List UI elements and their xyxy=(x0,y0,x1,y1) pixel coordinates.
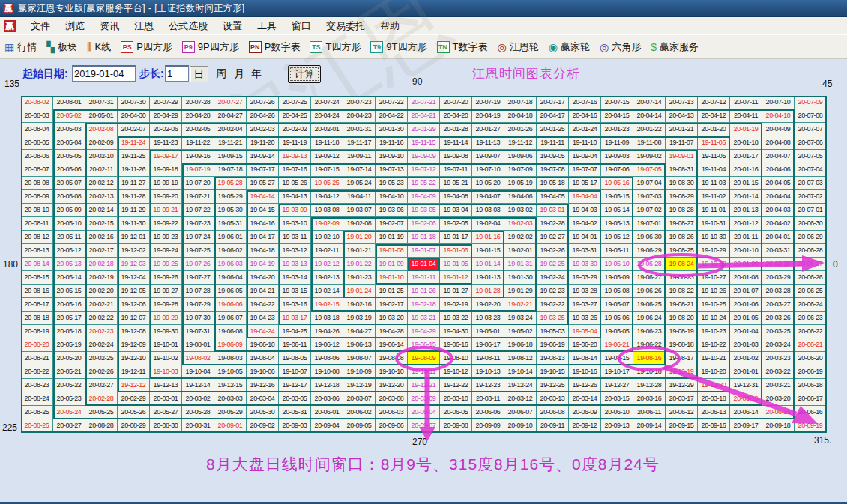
grid-cell[interactable]: 19-05-06 xyxy=(601,312,633,325)
grid-cell[interactable]: 20-06-16 xyxy=(795,406,827,419)
grid-cell[interactable]: 19-04-05 xyxy=(537,190,569,204)
grid-cell[interactable]: 19-12-18 xyxy=(311,379,343,392)
grid-cell[interactable]: 19-06-17 xyxy=(472,338,504,352)
toolbar-button-T四方形[interactable]: TST四方形 xyxy=(310,40,361,54)
grid-cell[interactable]: 19-06-09 xyxy=(214,338,247,352)
grid-cell[interactable]: 19-01-26 xyxy=(408,285,440,298)
grid-cell[interactable]: 19-01-29 xyxy=(504,285,537,298)
grid-cell[interactable]: 20-05-25 xyxy=(85,406,118,419)
grid-cell[interactable]: 19-12-13 xyxy=(150,379,182,392)
grid-cell[interactable]: 19-04-09 xyxy=(408,190,440,204)
grid-cell[interactable]: 19-10-08 xyxy=(311,365,343,379)
grid-cell[interactable]: 19-11-29 xyxy=(118,204,150,217)
grid-cell[interactable]: 19-05-19 xyxy=(504,177,537,190)
grid-cell[interactable]: 19-03-22 xyxy=(440,312,472,325)
grid-cell[interactable]: 19-01-15 xyxy=(472,244,504,258)
grid-cell[interactable]: 20-05-02 xyxy=(53,109,85,123)
grid-cell[interactable]: 20-02-25 xyxy=(85,352,118,365)
grid-cell[interactable]: 19-04-04 xyxy=(569,190,601,204)
grid-cell[interactable]: 20-01-05 xyxy=(730,312,762,325)
grid-cell[interactable]: 20-02-10 xyxy=(85,150,118,163)
grid-cell[interactable]: 19-12-06 xyxy=(118,298,150,312)
grid-cell[interactable]: 19-04-18 xyxy=(247,244,279,258)
grid-cell[interactable]: 19-07-15 xyxy=(311,163,343,177)
grid-cell[interactable]: 20-06-12 xyxy=(666,406,698,419)
grid-cell[interactable]: 19-09-08 xyxy=(440,150,472,163)
menu-item-江恩[interactable]: 江恩 xyxy=(127,18,161,34)
grid-cell[interactable]: 19-11-10 xyxy=(569,136,601,150)
grid-cell[interactable]: 20-04-02 xyxy=(762,217,795,231)
grid-cell[interactable]: 19-04-20 xyxy=(247,271,279,285)
grid-cell[interactable]: 19-03-08 xyxy=(311,204,343,217)
grid-cell[interactable]: 20-02-12 xyxy=(85,177,118,190)
grid-cell[interactable]: 20-04-09 xyxy=(762,123,795,136)
grid-cell[interactable]: 19-11-08 xyxy=(633,136,666,150)
grid-cell[interactable]: 19-06-10 xyxy=(247,338,279,352)
grid-cell[interactable]: 20-03-13 xyxy=(537,392,569,406)
grid-cell[interactable]: 19-06-08 xyxy=(214,325,247,338)
grid-cell[interactable]: 19-04-01 xyxy=(569,231,601,244)
grid-cell[interactable]: 19-06-29 xyxy=(633,244,666,258)
grid-cell[interactable]: 20-04-19 xyxy=(472,109,504,123)
grid-cell[interactable]: 20-05-22 xyxy=(53,379,85,392)
grid-cell[interactable]: 19-08-12 xyxy=(504,352,537,365)
grid-cell[interactable]: 19-01-17 xyxy=(440,231,472,244)
grid-cell[interactable]: 19-05-02 xyxy=(504,325,537,338)
grid-cell[interactable]: 20-01-01 xyxy=(730,365,762,379)
grid-cell[interactable]: 20-02-15 xyxy=(85,217,118,231)
grid-cell[interactable]: 19-12-25 xyxy=(537,379,569,392)
grid-cell[interactable]: 20-08-17 xyxy=(21,298,53,312)
grid-cell[interactable]: 19-01-12 xyxy=(440,271,472,285)
grid-cell[interactable]: 20-01-16 xyxy=(730,163,762,177)
grid-cell[interactable]: 19-01-06 xyxy=(440,244,472,258)
grid-cell[interactable]: 19-09-05 xyxy=(537,150,569,163)
grid-cell[interactable]: 20-03-14 xyxy=(569,392,601,406)
grid-cell[interactable]: 20-05-13 xyxy=(53,258,85,271)
grid-cell[interactable]: 20-05-18 xyxy=(53,325,85,338)
grid-cell[interactable]: 19-05-11 xyxy=(601,244,633,258)
grid-cell[interactable]: 19-10-10 xyxy=(376,365,408,379)
grid-cell[interactable]: 19-10-04 xyxy=(182,365,214,379)
grid-cell[interactable]: 19-09-30 xyxy=(150,325,182,338)
grid-cell[interactable]: 19-05-17 xyxy=(569,177,601,190)
grid-cell[interactable]: 20-02-06 xyxy=(150,123,182,136)
grid-cell[interactable]: 19-09-25 xyxy=(150,258,182,271)
grid-cell[interactable]: 19-10-20 xyxy=(698,365,730,379)
grid-cell[interactable]: 19-08-09 xyxy=(408,352,440,365)
grid-cell[interactable]: 19-12-15 xyxy=(214,379,247,392)
grid-cell[interactable]: 19-05-01 xyxy=(472,325,504,338)
grid-cell[interactable]: 20-02-13 xyxy=(85,190,118,204)
grid-cell[interactable]: 19-03-19 xyxy=(343,312,376,325)
grid-cell[interactable]: 20-04-20 xyxy=(440,109,472,123)
grid-cell[interactable]: 20-03-31 xyxy=(762,244,795,258)
grid-cell[interactable]: 20-05-03 xyxy=(53,123,85,136)
grid-cell[interactable]: 20-04-22 xyxy=(376,109,408,123)
grid-cell[interactable]: 19-12-17 xyxy=(279,379,311,392)
grid-cell[interactable]: 19-12-09 xyxy=(118,338,150,352)
grid-cell[interactable]: 20-03-04 xyxy=(247,392,279,406)
grid-cell[interactable]: 19-06-01 xyxy=(214,231,247,244)
grid-cell[interactable]: 19-11-30 xyxy=(118,217,150,231)
grid-cell[interactable]: 19-10-02 xyxy=(150,352,182,365)
grid-cell[interactable]: 20-03-05 xyxy=(279,392,311,406)
menu-item-帮助[interactable]: 帮助 xyxy=(373,18,407,34)
grid-cell[interactable]: 19-05-08 xyxy=(601,285,633,298)
grid-cell[interactable]: 19-11-06 xyxy=(698,136,730,150)
grid-cell[interactable]: 19-03-20 xyxy=(376,312,408,325)
grid-cell[interactable]: 20-04-12 xyxy=(698,109,730,123)
grid-cell[interactable]: 20-05-06 xyxy=(53,163,85,177)
grid-cell[interactable]: 20-09-18 xyxy=(762,419,795,433)
grid-cell[interactable]: 20-03-10 xyxy=(440,392,472,406)
grid-cell[interactable]: 20-07-06 xyxy=(795,136,827,150)
grid-cell[interactable]: 20-07-02 xyxy=(795,190,827,204)
grid-cell[interactable]: 19-01-14 xyxy=(472,258,504,271)
grid-cell[interactable]: 20-06-07 xyxy=(504,406,537,419)
grid-cell[interactable]: 19-03-11 xyxy=(279,231,311,244)
grid-cell[interactable]: 19-07-29 xyxy=(182,298,214,312)
grid-cell[interactable]: 19-09-11 xyxy=(343,150,376,163)
grid-cell[interactable]: 20-03-12 xyxy=(504,392,537,406)
grid-cell[interactable]: 20-01-21 xyxy=(666,123,698,136)
grid-cell[interactable]: 19-07-07 xyxy=(569,163,601,177)
grid-cell[interactable]: 20-06-15 xyxy=(762,406,795,419)
grid-cell[interactable]: 19-12-24 xyxy=(504,379,537,392)
